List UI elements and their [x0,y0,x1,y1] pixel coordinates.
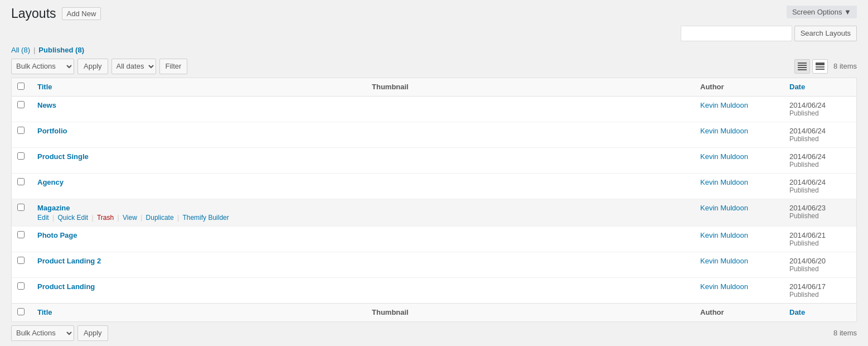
top-toolbar: Bulk Actions Edit Move to Trash Apply Al… [11,59,857,74]
row-date-cell: 2014/06/24Published [784,122,856,147]
row-author-cell: Kevin Muldoon [695,173,784,199]
row-status: Published [789,239,851,247]
author-link[interactable]: Kevin Muldoon [700,101,748,109]
row-date: 2014/06/17 [789,282,851,291]
row-action-duplicate[interactable]: Duplicate [146,214,174,222]
row-action-edit[interactable]: Edit [37,214,49,222]
items-count-bottom: 8 items [833,329,857,337]
date-column-header[interactable]: Date [784,78,856,97]
date-footer-header[interactable]: Date [784,303,856,321]
row-checkbox[interactable] [17,231,25,238]
author-link[interactable]: Kevin Muldoon [700,282,748,291]
row-title-link[interactable]: Product Landing 2 [37,257,101,265]
thumbnail-column-header: Thumbnail [366,78,695,97]
row-action-themify-builder[interactable]: Themify Builder [182,214,229,222]
author-link[interactable]: Kevin Muldoon [700,152,748,161]
row-title-link[interactable]: News [37,101,56,109]
row-author-cell: Kevin Muldoon [695,122,784,147]
action-separator: | [51,214,56,222]
svg-rect-5 [816,66,825,68]
select-all-footer-checkbox[interactable] [17,308,25,315]
row-date: 2014/06/20 [789,257,851,265]
row-thumbnail-cell [366,277,695,303]
row-title-link[interactable]: Portfolio [37,127,67,135]
table-row: Product LandingEdit | Quick Edit | Trash… [12,277,856,303]
screen-options-button[interactable]: Screen Options ▼ [787,6,857,18]
row-title-link[interactable]: Agency [37,178,64,186]
select-all-checkbox[interactable] [17,83,25,90]
all-link[interactable]: All (8) [11,46,30,54]
table-row: Product Landing 2Edit | Quick Edit | Tra… [12,252,856,277]
svg-rect-2 [798,67,807,68]
row-checkbox-cell [12,122,32,147]
author-link[interactable]: Kevin Muldoon [700,127,748,135]
nav-separator: | [33,46,35,54]
list-view-icon [798,63,807,70]
page-title: Layouts [11,6,56,22]
author-column-header: Author [695,78,784,97]
apply-button-bottom[interactable]: Apply [77,325,108,341]
list-view-button[interactable] [794,59,810,74]
row-checkbox[interactable] [17,152,25,160]
layouts-table: Title Thumbnail Author Date NewsEdit | Q… [12,78,856,321]
row-checkbox[interactable] [17,257,25,264]
row-action-quick-edit[interactable]: Quick Edit [57,214,88,222]
row-title-cell: Product LandingEdit | Quick Edit | Trash… [32,277,366,303]
author-link[interactable]: Kevin Muldoon [700,204,748,212]
row-date: 2014/06/24 [789,101,851,109]
svg-rect-3 [798,69,807,70]
row-author-cell: Kevin Muldoon [695,199,784,226]
author-link[interactable]: Kevin Muldoon [700,178,748,186]
row-checkbox[interactable] [17,282,25,290]
title-column-header[interactable]: Title [32,78,366,97]
dates-select[interactable]: All dates 2014/06 [111,59,156,74]
author-link[interactable]: Kevin Muldoon [700,257,748,265]
table-row: MagazineEdit | Quick Edit | Trash | View… [12,199,856,226]
row-title-link[interactable]: Product Single [37,152,89,161]
row-author-cell: Kevin Muldoon [695,252,784,277]
author-footer-header: Author [695,303,784,321]
bulk-actions-select-bottom[interactable]: Bulk Actions Edit Move to Trash [11,325,74,341]
items-count-top: 8 items [833,62,857,70]
search-layouts-button[interactable]: Search Layouts [794,26,857,41]
row-title-cell: MagazineEdit | Quick Edit | Trash | View… [32,199,366,226]
published-link[interactable]: Published (8) [38,46,84,54]
row-title-link[interactable]: Product Landing [37,282,95,291]
title-footer-header[interactable]: Title [32,303,366,321]
row-date-cell: 2014/06/23Published [784,199,856,226]
row-status: Published [789,265,851,273]
row-title-link[interactable]: Photo Page [37,231,77,239]
row-status: Published [789,161,851,169]
apply-button-top[interactable]: Apply [77,59,108,74]
row-thumbnail-cell [366,147,695,173]
author-link[interactable]: Kevin Muldoon [700,231,748,239]
row-status: Published [789,212,851,220]
bulk-actions-select-top[interactable]: Bulk Actions Edit Move to Trash [11,59,74,74]
row-date-cell: 2014/06/17Published [784,277,856,303]
row-checkbox[interactable] [17,101,25,108]
row-thumbnail-cell [366,199,695,226]
row-date-cell: 2014/06/24Published [784,147,856,173]
thumbnail-footer-header: Thumbnail [366,303,695,321]
row-checkbox[interactable] [17,204,25,211]
row-date: 2014/06/24 [789,152,851,161]
row-status: Published [789,186,851,194]
search-area: Search Layouts [681,26,857,41]
table-row: AgencyEdit | Quick Edit | Trash | View |… [12,173,856,199]
search-input[interactable] [681,26,792,41]
svg-rect-1 [798,65,807,66]
filter-button[interactable]: Filter [159,59,188,74]
row-date: 2014/06/21 [789,231,851,239]
excerpt-view-button[interactable] [812,59,828,74]
row-thumbnail-cell [366,226,695,252]
table-head: Title Thumbnail Author Date [12,78,856,97]
row-thumbnail-cell [366,173,695,199]
row-title-link[interactable]: Magazine [37,204,70,212]
page-title-area: Layouts Add New [11,6,101,22]
row-checkbox[interactable] [17,127,25,134]
row-checkbox[interactable] [17,178,25,185]
row-action-view[interactable]: View [123,214,137,222]
add-new-button[interactable]: Add New [62,7,101,20]
row-action-trash[interactable]: Trash [97,214,114,222]
row-author-cell: Kevin Muldoon [695,226,784,252]
